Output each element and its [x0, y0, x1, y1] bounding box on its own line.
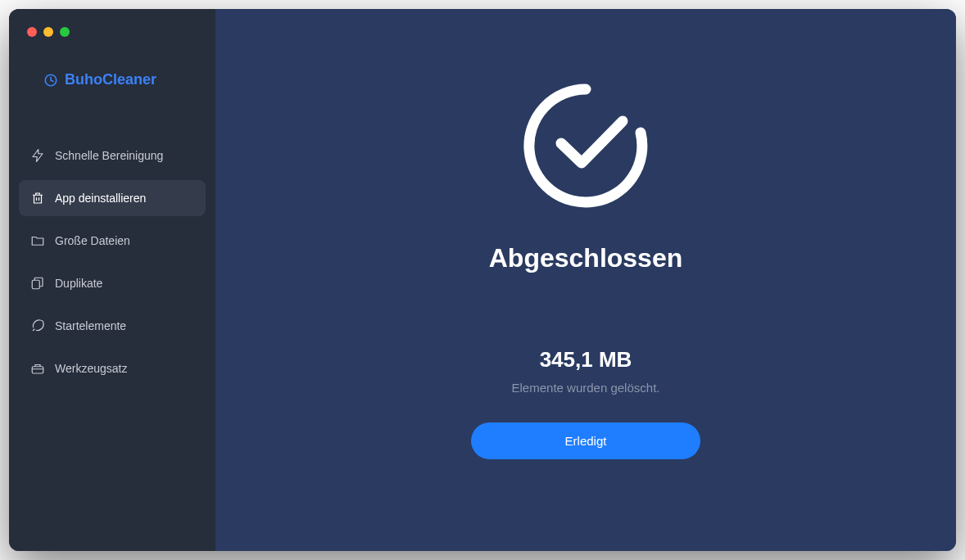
sidebar-item-label: Große Dateien [55, 234, 130, 247]
window-controls [9, 22, 215, 37]
trash-icon [30, 191, 45, 205]
lightning-icon [30, 148, 45, 163]
sidebar-item-toolkit[interactable]: Werkzeugsatz [19, 350, 206, 386]
sidebar: BuhoCleaner Schnelle Bereinigung App dei… [9, 9, 215, 551]
sidebar-item-label: Startelemente [55, 319, 126, 332]
close-window-button[interactable] [27, 27, 37, 37]
app-logo-icon [43, 73, 58, 88]
rocket-icon [30, 318, 45, 333]
copy-icon [30, 276, 45, 291]
done-button[interactable]: Erledigt [471, 422, 700, 459]
sidebar-item-large-files[interactable]: Große Dateien [19, 223, 206, 259]
sidebar-item-label: Duplikate [55, 277, 102, 290]
completed-title: Abgeschlossen [489, 243, 683, 273]
app-window: BuhoCleaner Schnelle Bereinigung App dei… [9, 9, 956, 551]
folder-icon [30, 233, 45, 248]
svg-rect-1 [32, 280, 39, 289]
minimize-window-button[interactable] [43, 27, 53, 37]
sidebar-item-startup-items[interactable]: Startelemente [19, 308, 206, 344]
success-check-icon [516, 76, 655, 219]
maximize-window-button[interactable] [60, 27, 70, 37]
svg-rect-2 [32, 367, 43, 373]
deleted-message: Elemente wurden gelöscht. [512, 381, 660, 395]
main-content: Abgeschlossen 345,1 MB Elemente wurden g… [215, 9, 956, 551]
app-title-text: BuhoCleaner [65, 71, 156, 88]
sidebar-item-duplicates[interactable]: Duplikate [19, 265, 206, 301]
sidebar-nav: Schnelle Bereinigung App deinstallieren … [9, 138, 215, 393]
sidebar-item-uninstall-app[interactable]: App deinstallieren [19, 180, 206, 216]
sidebar-item-label: Schnelle Bereinigung [55, 149, 163, 162]
toolbox-icon [30, 361, 45, 376]
sidebar-item-label: Werkzeugsatz [55, 362, 127, 375]
size-cleaned: 345,1 MB [540, 347, 632, 373]
sidebar-item-quick-clean[interactable]: Schnelle Bereinigung [19, 138, 206, 174]
sidebar-item-label: App deinstallieren [55, 192, 146, 205]
app-title: BuhoCleaner [9, 71, 215, 88]
